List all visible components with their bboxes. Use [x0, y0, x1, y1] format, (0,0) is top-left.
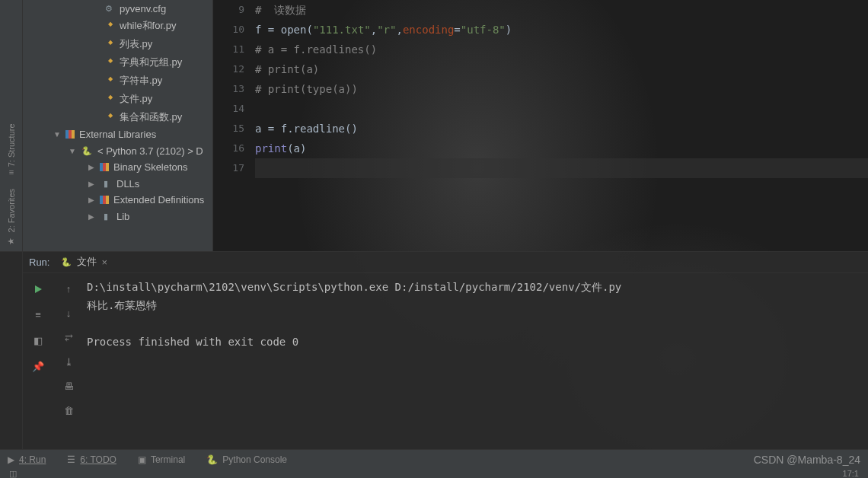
tree-label: External Libraries — [79, 129, 156, 140]
line-number[interactable]: 10 — [213, 20, 244, 40]
stop-button[interactable]: ≡ — [30, 307, 46, 323]
editor-gutter[interactable]: 91011121314151617 — [213, 0, 255, 251]
tree-label: 字符串.py — [120, 74, 162, 88]
chevron-right-icon: ▶ — [88, 196, 95, 204]
cfg-icon: ⚙ — [103, 2, 115, 14]
window-icon[interactable]: ◫ — [9, 469, 17, 479]
py-icon — [103, 20, 115, 32]
soft-wrap-button[interactable]: ⥂ — [60, 330, 77, 346]
py-icon — [103, 38, 115, 50]
external-libraries-node[interactable]: ▼ External Libraries — [23, 126, 212, 142]
tree-folder-item[interactable]: ▶▮DLLs — [23, 175, 212, 192]
code-line[interactable]: # print(a) — [255, 59, 868, 79]
line-number[interactable]: 17 — [213, 158, 244, 178]
up-arrow-icon[interactable]: ↑ — [60, 281, 77, 298]
editor-content[interactable]: # 读数据f = open("111.txt","r",encoding="ut… — [255, 0, 868, 251]
code-editor[interactable]: 91011121314151617 # 读数据f = open("111.txt… — [213, 0, 868, 251]
tree-file-item[interactable]: while和for.py — [23, 17, 212, 35]
folder-icon: ▮ — [100, 210, 112, 222]
line-number[interactable]: 9 — [213, 0, 244, 20]
run-label: Run: — [29, 257, 49, 268]
watermark: CSDN @Mamba-8_24 — [754, 454, 860, 466]
tree-folder-item[interactable]: ▶Extended Definitions — [23, 192, 212, 208]
library-icon — [100, 163, 109, 171]
favorites-toolwindow-button[interactable]: ★2: Favorites — [6, 189, 16, 245]
tree-label: pyvenv.cfg — [120, 3, 166, 14]
structure-toolwindow-button[interactable]: ≡7: Structure — [7, 123, 16, 174]
line-number[interactable]: 16 — [213, 139, 244, 158]
code-line[interactable] — [255, 99, 868, 119]
tree-file-item[interactable]: ⚙pyvenv.cfg — [23, 0, 212, 17]
run-console-output[interactable]: D:\install\pycharm\2102\venv\Scripts\pyt… — [84, 273, 868, 449]
python-icon: 🐍 — [206, 454, 218, 465]
py-icon — [103, 93, 115, 105]
run-tab[interactable]: 🐍 文件 × — [56, 253, 112, 270]
line-number[interactable]: 15 — [213, 119, 244, 139]
tree-label: Extended Definitions — [113, 194, 204, 206]
tree-label: 字典和元组.py — [120, 56, 182, 69]
code-line[interactable]: print(a) — [255, 139, 868, 158]
project-tree[interactable]: ⚙pyvenv.cfgwhile和for.py列表.py字典和元组.py字符串.… — [23, 0, 213, 251]
line-number[interactable]: 14 — [213, 99, 244, 119]
chevron-down-icon: ▼ — [53, 130, 61, 139]
layout-button[interactable]: ◧ — [30, 333, 46, 349]
py-icon — [103, 75, 115, 87]
python-interpreter-node[interactable]: ▼ 🐍 < Python 3.7 (2102) > D — [23, 142, 212, 159]
code-line[interactable]: # 读数据 — [255, 0, 868, 20]
code-line[interactable]: # print(type(a)) — [255, 79, 868, 99]
tree-label: DLLs — [116, 178, 139, 190]
line-number[interactable]: 12 — [213, 59, 244, 79]
close-icon[interactable]: × — [101, 257, 107, 268]
terminal-toolwindow-button[interactable]: ▣Terminal — [138, 454, 185, 465]
run-tool-window: Run: 🐍 文件 × ≡ ◧ 📌 ↑ ↓ — [0, 251, 868, 449]
run-toolbar-left: ≡ ◧ 📌 — [23, 273, 53, 449]
rerun-button[interactable] — [30, 281, 46, 298]
tree-folder-item[interactable]: ▶Binary Skeletons — [23, 159, 212, 175]
bottom-tool-bar: ▶4: Run ☰6: TODO ▣Terminal 🐍Python Conso… — [0, 449, 868, 469]
print-button[interactable]: 🖶 — [60, 378, 77, 395]
tool-window-bar-left: ≡7: Structure ★2: Favorites — [0, 0, 23, 251]
tree-file-item[interactable]: 列表.py — [23, 35, 212, 53]
todo-toolwindow-button[interactable]: ☰6: TODO — [67, 454, 116, 465]
run-header: Run: 🐍 文件 × — [23, 252, 868, 273]
run-toolwindow-button[interactable]: ▶4: Run — [8, 454, 46, 465]
scroll-to-end-button[interactable]: ⤓ — [60, 354, 77, 371]
tree-folder-item[interactable]: ▶▮Lib — [23, 208, 212, 225]
tree-label: while和for.py — [120, 19, 176, 33]
code-line[interactable]: a = f.readline() — [255, 119, 868, 139]
py-icon — [103, 56, 115, 69]
tree-label: 集合和函数.py — [120, 110, 182, 124]
python-console-button[interactable]: 🐍Python Console — [206, 454, 287, 465]
tree-label: 文件.py — [120, 92, 152, 106]
down-arrow-icon[interactable]: ↓ — [60, 305, 77, 322]
tree-file-item[interactable]: 字符串.py — [23, 72, 212, 90]
library-icon — [100, 196, 109, 204]
tree-label: Lib — [116, 211, 129, 222]
tree-file-item[interactable]: 文件.py — [23, 90, 212, 108]
python-icon: 🐍 — [81, 145, 93, 157]
library-icon — [65, 130, 75, 139]
clear-all-button[interactable]: 🗑 — [60, 403, 77, 419]
python-icon: 🐍 — [60, 256, 72, 268]
pin-button[interactable]: 📌 — [30, 358, 46, 375]
chevron-right-icon: ▶ — [88, 163, 95, 171]
status-bar: ◫ 17:1 — [0, 469, 868, 478]
caret-position: 17:1 — [843, 469, 859, 478]
chevron-down-icon: ▼ — [69, 147, 76, 155]
terminal-icon: ▣ — [138, 454, 146, 465]
line-number[interactable]: 11 — [213, 40, 244, 59]
py-icon — [103, 111, 115, 123]
tree-file-item[interactable]: 集合和函数.py — [23, 108, 212, 126]
run-tab-label: 文件 — [77, 255, 97, 269]
code-line[interactable]: # a = f.readlines() — [255, 40, 868, 59]
tree-label: < Python 3.7 (2102) > D — [97, 145, 203, 157]
line-number[interactable]: 13 — [213, 79, 244, 99]
tree-label: Binary Skeletons — [113, 161, 188, 173]
chevron-right-icon: ▶ — [88, 180, 95, 188]
code-line[interactable] — [255, 158, 868, 178]
code-line[interactable]: f = open("111.txt","r",encoding="utf-8") — [255, 20, 868, 40]
tree-label: 列表.py — [120, 37, 152, 51]
tree-file-item[interactable]: 字典和元组.py — [23, 53, 212, 72]
play-icon: ▶ — [8, 454, 14, 465]
list-icon: ☰ — [67, 454, 75, 465]
